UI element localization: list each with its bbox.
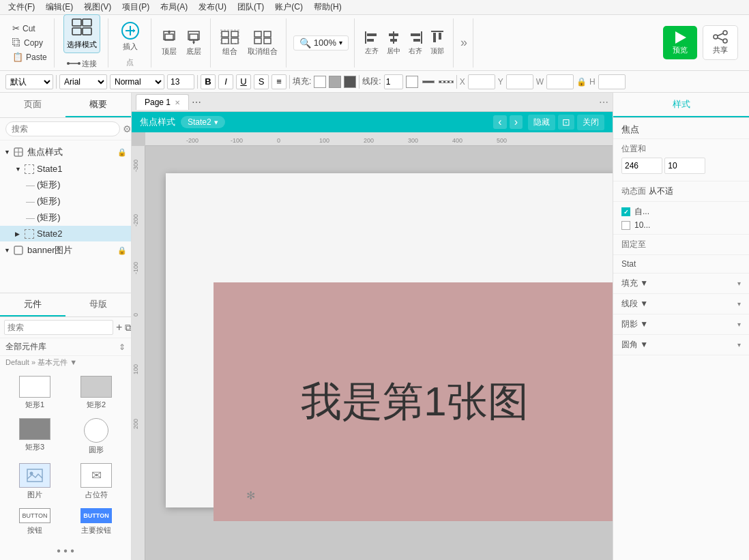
right-section-shadow[interactable]: 阴影 ▼ ▾ — [613, 314, 749, 335]
x-input[interactable] — [468, 74, 495, 89]
focus-bar-close-button[interactable]: 关闭 — [577, 115, 604, 130]
copy-button[interactable]: ⿻ Copy — [8, 36, 51, 49]
comp-item-placeholder[interactable]: ✉ 占位符 — [67, 460, 126, 503]
menu-help[interactable]: 帮助(H) — [308, 0, 347, 14]
layer-expand-banner[interactable]: ▼ — [4, 247, 12, 254]
focus-bar-expand-button[interactable]: ⊡ — [558, 115, 574, 130]
fill-color-dark[interactable] — [344, 76, 356, 88]
menu-account[interactable]: 账户(C) — [269, 0, 308, 14]
menu-project[interactable]: 项目(P) — [117, 0, 155, 14]
checkbox2[interactable] — [621, 221, 630, 230]
right-section-fill[interactable]: 填充 ▼ ▾ — [613, 274, 749, 294]
group-button[interactable]: 组合 — [218, 26, 242, 59]
layer-item-state1[interactable]: ▼ State1 — [0, 161, 131, 177]
style-select[interactable]: 默认 — [5, 74, 53, 89]
h-input[interactable] — [598, 74, 626, 89]
layer-expand-state2[interactable]: ▶ — [15, 231, 23, 237]
font-select[interactable]: ArialSimSunMicrosoft YaHei — [59, 74, 107, 89]
strikethrough-button[interactable]: S — [254, 74, 269, 89]
stroke-dash[interactable] — [439, 80, 454, 83]
share-button[interactable]: 共享 — [703, 25, 738, 60]
more-button[interactable]: » — [460, 35, 467, 50]
position-input2[interactable] — [664, 158, 705, 174]
canvas-page[interactable]: 我是第1张图 ✻ — [166, 173, 613, 507]
left-align-button[interactable]: 左齐 — [362, 27, 382, 59]
weight-select[interactable]: NormalBoldLight — [110, 74, 164, 89]
layer-item-rect1[interactable]: — (矩形) — [0, 177, 131, 193]
focus-bar-prev-button[interactable]: ‹ — [493, 115, 506, 129]
bottom-layer-button[interactable]: 底层 — [183, 26, 205, 59]
list-button[interactable]: ≡ — [271, 74, 287, 89]
right-align-button[interactable]: 右齐 — [405, 27, 426, 59]
comp-tab-master[interactable]: 母版 — [65, 293, 131, 316]
center-align-button[interactable]: 居中 — [383, 27, 404, 59]
layer-item-state2[interactable]: ▶ State2 — [0, 226, 131, 241]
checkbox1-row: ✓ 自... — [621, 206, 741, 218]
more-comps[interactable]: • • • — [0, 542, 131, 560]
italic-button[interactable]: I — [218, 74, 233, 89]
tab-close-icon[interactable]: ✕ — [175, 99, 180, 106]
layer-search-input[interactable] — [5, 121, 120, 136]
menu-file[interactable]: 文件(F) — [3, 0, 40, 14]
checkbox1[interactable]: ✓ — [621, 207, 630, 216]
position-input1[interactable] — [621, 158, 662, 174]
top-layer-button[interactable]: 顶层 — [158, 26, 180, 59]
library-scroll-icon[interactable]: ⇕ — [119, 342, 126, 352]
preview-button[interactable]: 预览 — [663, 26, 697, 59]
comp-item-rect2[interactable]: 矩形2 — [67, 373, 126, 413]
comp-search-input[interactable] — [4, 320, 113, 335]
comp-item-image[interactable]: 图片 — [5, 460, 64, 503]
stroke-color1[interactable] — [406, 76, 418, 88]
w-input[interactable] — [546, 74, 574, 89]
copy-comp-icon[interactable]: ⧉ — [125, 322, 132, 334]
layer-expand-focus[interactable]: ▼ — [4, 149, 12, 156]
menu-edit[interactable]: 编辑(E) — [40, 0, 78, 14]
cut-button[interactable]: ✂ Cut — [8, 22, 51, 35]
top-align-button[interactable]: 顶部 — [427, 27, 447, 59]
filter-icon[interactable]: ⚙ — [123, 123, 132, 134]
comp-item-rect3[interactable]: 矩形3 — [5, 415, 64, 458]
comp-item-button[interactable]: BUTTON 按钮 — [5, 505, 64, 538]
stroke-input[interactable] — [384, 74, 403, 89]
right-section-stroke[interactable]: 线段 ▼ ▾ — [613, 294, 749, 314]
layer-item-banner[interactable]: ▼ banner图片 🔒 — [0, 241, 131, 259]
menu-view[interactable]: 视图(V) — [78, 0, 117, 14]
canvas-element-pink-rect[interactable]: 我是第1张图 ✻ — [214, 282, 613, 521]
insert-button[interactable]: 插入 — [115, 18, 145, 55]
tab-page[interactable]: 页面 — [0, 93, 65, 117]
right-section-corner[interactable]: 圆角 ▼ ▾ — [613, 335, 749, 355]
focus-bar-next-button[interactable]: › — [510, 115, 523, 129]
comp-item-rect1[interactable]: 矩形1 — [5, 373, 64, 413]
add-comp-icon[interactable]: + — [116, 321, 122, 334]
underline-button[interactable]: U — [236, 74, 251, 89]
canvas-scroll-icon[interactable]: ⋯ — [599, 97, 608, 108]
zoom-control[interactable]: 🔍 100% ▾ — [293, 35, 349, 50]
layer-item-rect3[interactable]: — (矩形) — [0, 209, 131, 226]
focus-bar-state-selector[interactable]: State2 ▾ — [181, 116, 225, 128]
layer-item-rect2[interactable]: — (矩形) — [0, 193, 131, 209]
connect-button[interactable]: 连接 — [61, 56, 102, 71]
menu-team[interactable]: 团队(T) — [232, 0, 269, 14]
layer-expand-state1[interactable]: ▼ — [15, 166, 23, 173]
comp-item-main-button[interactable]: BUTTON 主要按钮 — [67, 505, 126, 538]
focus-bar-hide-button[interactable]: 隐藏 — [528, 115, 555, 130]
fill-color-gray[interactable] — [329, 76, 341, 88]
y-input[interactable] — [506, 74, 533, 89]
tab-overview[interactable]: 概要 — [65, 93, 131, 117]
stroke-color2[interactable] — [422, 80, 435, 83]
right-tab-style[interactable]: 样式 — [613, 93, 749, 117]
bold-button[interactable]: B — [201, 74, 216, 89]
size-input[interactable] — [167, 74, 194, 89]
comp-item-circle[interactable]: 圆形 — [67, 415, 126, 458]
menu-publish[interactable]: 发布(U) — [193, 0, 232, 14]
comp-tab-component[interactable]: 元件 — [0, 293, 65, 316]
fill-color-white[interactable] — [314, 76, 326, 88]
select-mode-button[interactable]: 选择模式 — [63, 14, 100, 53]
canvas-more-icon[interactable]: ⋯ — [192, 97, 201, 108]
paste-button[interactable]: 📋 Paste — [8, 50, 51, 63]
canvas-tab-page1[interactable]: Page 1 ✕ — [136, 94, 189, 110]
zoom-value[interactable]: 100% — [314, 38, 336, 48]
layer-item-focus-style[interactable]: ▼ 焦点样式 🔒 — [0, 143, 131, 161]
ungroup-button[interactable]: 取消组合 — [245, 26, 280, 59]
menu-layout[interactable]: 布局(A) — [155, 0, 193, 14]
